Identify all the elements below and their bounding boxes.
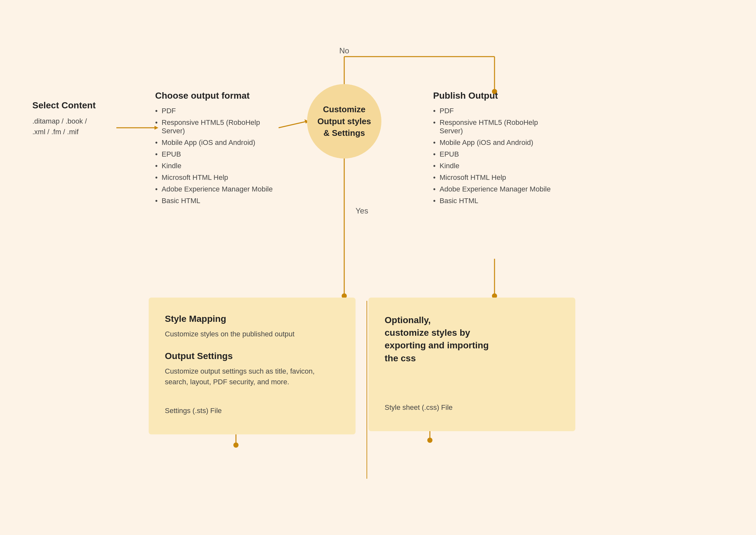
list-item: Adobe Experience Manager Mobile [155, 185, 278, 193]
list-item: Microsoft HTML Help [155, 173, 278, 182]
output-settings-text: Customize output settings such as title,… [165, 366, 339, 387]
svg-text:Yes: Yes [356, 206, 368, 215]
center-circle-label: CustomizeOutput styles& Settings [314, 100, 374, 142]
list-item: Basic HTML [155, 197, 278, 205]
list-item: Mobile App (iOS and Android) [155, 138, 278, 147]
list-item: Responsive HTML5 (RoboHelp Server) [155, 118, 278, 135]
list-item: Adobe Experience Manager Mobile [433, 185, 556, 193]
list-item: Responsive HTML5 (RoboHelp Server) [433, 118, 556, 135]
publish-output-block: Publish Output PDF Responsive HTML5 (Rob… [433, 91, 556, 208]
bottom-left-box: Style Mapping Customize styles on the pu… [149, 297, 356, 435]
style-mapping-title: Style Mapping [165, 314, 339, 324]
list-item: EPUB [155, 150, 278, 158]
publish-output-list: PDF Responsive HTML5 (RoboHelp Server) M… [433, 107, 556, 205]
list-item: Basic HTML [433, 197, 556, 205]
output-settings-title: Output Settings [165, 351, 339, 361]
list-item: Mobile App (iOS and Android) [433, 138, 556, 147]
list-item: Kindle [433, 162, 556, 170]
diagram-container: No Yes Select Content .ditamap / .book /… [0, 0, 756, 535]
choose-output-title: Choose output format [155, 91, 278, 101]
choose-output-list: PDF Responsive HTML5 (RoboHelp Server) M… [155, 107, 278, 205]
svg-text:No: No [339, 46, 349, 55]
optionally-title: Optionally,customize styles byexporting … [385, 314, 559, 365]
svg-line-2 [279, 121, 307, 128]
style-mapping-text: Customize styles on the published output [165, 329, 339, 339]
publish-output-title: Publish Output [433, 91, 556, 101]
settings-file-label: Settings (.sts) File [165, 407, 339, 415]
list-item: Kindle [155, 162, 278, 170]
select-content-title: Select Content [32, 100, 116, 111]
center-circle: CustomizeOutput styles& Settings [307, 84, 381, 158]
bottom-right-box: Optionally,customize styles byexporting … [368, 297, 575, 431]
list-item: PDF [155, 107, 278, 115]
select-content-block: Select Content .ditamap / .book /.xml / … [32, 100, 116, 137]
list-item: EPUB [433, 150, 556, 158]
select-content-subtitle: .ditamap / .book /.xml / .fm / .mif [32, 116, 116, 137]
arrows-svg: No Yes [0, 0, 756, 535]
list-item: PDF [433, 107, 556, 115]
choose-output-block: Choose output format PDF Responsive HTML… [155, 91, 278, 208]
stylesheet-file-label: Style sheet (.css) File [385, 403, 559, 412]
svg-point-16 [233, 442, 238, 448]
list-item: Microsoft HTML Help [433, 173, 556, 182]
svg-point-18 [427, 437, 432, 443]
